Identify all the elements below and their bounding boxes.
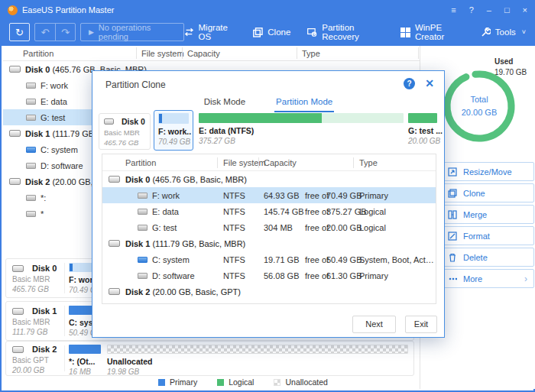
partition-icon <box>138 209 148 215</box>
winpe-creator-button[interactable]: WinPE Creator <box>400 23 464 41</box>
next-button[interactable]: Next <box>352 316 396 333</box>
system-partition-icon <box>26 147 36 153</box>
partition-legend: Primary Logical Unallocated <box>158 377 328 387</box>
partition-recovery-icon <box>307 28 317 37</box>
partition-icon <box>26 99 36 105</box>
partition-table-header: Partition File system Capacity Type <box>3 46 420 61</box>
disk-icon <box>104 118 114 125</box>
delete-button[interactable]: Delete <box>441 248 534 267</box>
disk2-card[interactable]: Disk 2 Basic GPT 20.00 GB *: (Ot... 16 M… <box>5 341 414 376</box>
pending-operations-label: No operations pending <box>99 23 176 41</box>
format-button[interactable]: Format <box>441 226 534 245</box>
partition-icon <box>138 225 148 231</box>
dialog-row-disk0[interactable]: Disk 0(465.76 GB, Basic, MBR) <box>102 171 436 187</box>
logical-swatch <box>217 379 224 386</box>
partition-icon <box>26 195 36 201</box>
undo-redo-group: ↶ ↷ <box>34 23 76 41</box>
app-window: EaseUS Partition Master ≡ ? – □ × ↻ ↶ ↷ … <box>0 0 535 392</box>
maximize-icon[interactable]: □ <box>504 6 510 15</box>
partition-icon <box>26 83 36 89</box>
disk2-partition-star[interactable]: *: (Ot... 16 MB <box>69 345 102 376</box>
dialog-tabs: Disk Mode Partition Mode <box>92 94 444 112</box>
toolbar: ↻ ↶ ↷ ▶ No operations pending Migrate OS… <box>2 18 533 46</box>
strip-disk0-info: Disk 0 Basic MBR 465.76 GB <box>99 113 151 150</box>
redo-icon: ↷ <box>61 27 70 38</box>
dialog-row-disk1[interactable]: Disk 1(111.79 GB, Basic, MBR) <box>102 235 436 251</box>
disk-icon <box>109 240 120 247</box>
partition-icon <box>26 115 36 121</box>
more-icon <box>448 274 457 283</box>
dialog-row-c-system[interactable]: C: system NTFS 19.71 GB free of 50.49 GB… <box>102 251 436 267</box>
unallocated-swatch <box>274 379 280 386</box>
winpe-creator-icon <box>400 28 410 37</box>
clone-partition-button[interactable]: Clone <box>441 183 534 202</box>
strip-partition-g[interactable]: G: test ... 20.00 GB <box>408 113 439 145</box>
dialog-row-f-work[interactable]: F: work NTFS 64.93 GB free of 70.49 GB P… <box>102 187 436 203</box>
dialog-row-d-software[interactable]: D: software NTFS 56.08 GB free of 61.30 … <box>102 267 436 283</box>
dialog-row-disk2[interactable]: Disk 2(20.00 GB, Basic, GPT) <box>102 283 436 300</box>
dialog-title: Partition Clone <box>105 79 166 90</box>
app-logo-icon <box>8 5 18 15</box>
partition-icon <box>138 273 148 279</box>
migrate-os-button[interactable]: Migrate OS <box>184 23 237 41</box>
menu-icon[interactable]: ≡ <box>451 6 456 15</box>
disk-icon <box>9 130 21 137</box>
partition-icon <box>26 163 36 169</box>
clone-icon <box>448 189 457 198</box>
dialog-row-e-data[interactable]: E: data NTFS 145.74 GB free of 375.27 GB… <box>102 203 436 219</box>
title-bar: EaseUS Partition Master ≡ ? – □ × <box>2 2 533 18</box>
dialog-close-icon[interactable]: ✕ <box>425 77 434 89</box>
partition-recovery-button[interactable]: Partition Recovery <box>307 23 384 41</box>
dialog-row-g-test[interactable]: G: test NTFS 304 MB free of 20.00 GB Log… <box>102 219 436 235</box>
resize-move-button[interactable]: Resize/Move <box>441 162 534 181</box>
strip-partition-e[interactable]: E: data (NTFS) 375.27 GB <box>199 113 405 145</box>
play-icon: ▶ <box>89 28 94 36</box>
partition-clone-dialog: Partition Clone ? ✕ Disk Mode Partition … <box>92 70 445 338</box>
merge-button[interactable]: Merge <box>441 205 534 224</box>
disk-icon <box>109 176 120 183</box>
disk-icon <box>12 265 24 272</box>
tools-button[interactable]: Tools ˅ <box>481 28 526 37</box>
app-title: EaseUS Partition Master <box>22 5 114 15</box>
minimize-icon[interactable]: – <box>487 6 491 15</box>
donut-total-label: Total20.00 GB <box>436 93 523 118</box>
undo-button[interactable]: ↶ <box>35 24 55 40</box>
disk-icon <box>12 346 24 353</box>
partition-icon <box>26 211 36 217</box>
col-type: Type <box>302 49 320 58</box>
refresh-button[interactable]: ↻ <box>9 23 30 41</box>
disk-icon <box>109 288 120 295</box>
pending-operations-button[interactable]: ▶ No operations pending <box>80 23 184 41</box>
dialog-help-icon[interactable]: ? <box>404 78 415 89</box>
primary-swatch <box>158 379 165 386</box>
help-icon[interactable]: ? <box>469 6 474 15</box>
tab-disk-mode[interactable]: Disk Mode <box>203 94 247 112</box>
partition-icon <box>138 193 148 199</box>
close-icon[interactable]: × <box>523 6 527 15</box>
tools-icon <box>481 28 491 37</box>
undo-icon: ↶ <box>41 27 49 38</box>
system-partition-icon <box>138 257 148 263</box>
col-capacity: Capacity <box>187 49 220 58</box>
format-icon <box>448 232 457 241</box>
disk-icon <box>12 308 24 315</box>
strip-partition-f[interactable]: F: work.. 70.49 GB <box>154 110 193 151</box>
delete-icon <box>448 253 457 262</box>
redo-button[interactable]: ↷ <box>55 24 75 40</box>
clone-icon <box>253 28 263 37</box>
exit-button[interactable]: Exit <box>405 316 437 333</box>
chevron-right-icon: › <box>524 274 527 284</box>
merge-icon <box>448 210 457 219</box>
disk2-unallocated[interactable]: Unallocated 19.98 GB <box>107 345 410 376</box>
clone-button[interactable]: Clone <box>253 28 290 37</box>
tab-partition-mode[interactable]: Partition Mode <box>274 94 334 112</box>
resize-move-icon <box>448 167 457 177</box>
disk-icon <box>9 178 21 185</box>
disk-icon <box>9 66 21 73</box>
more-button[interactable]: More › <box>441 269 534 288</box>
dialog-partition-table: Partition File system Capacity Type Disk… <box>102 154 436 304</box>
chevron-down-icon: ˅ <box>522 28 526 36</box>
col-partition: Partition <box>23 49 54 58</box>
refresh-icon: ↻ <box>15 27 24 38</box>
migrate-os-icon <box>184 28 194 37</box>
